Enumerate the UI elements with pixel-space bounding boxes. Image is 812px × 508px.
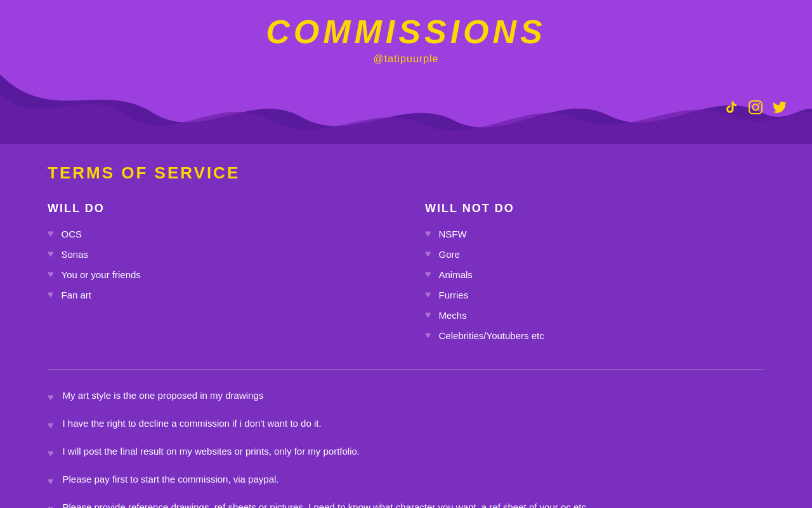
will-not-do-item: ♥Mechs: [425, 309, 764, 321]
instagram-icon[interactable]: [749, 100, 763, 118]
will-not-do-item: ♥Celebrities/Youtubers etc: [425, 330, 764, 341]
will-not-do-item-text: Gore: [439, 249, 460, 260]
heart-icon: ♥: [48, 289, 54, 300]
will-do-item: ♥OCS: [48, 228, 387, 239]
will-not-do-item: ♥NSFW: [425, 228, 764, 239]
main-content: TERMS OF SERVICE WILL DO ♥OCS♥Sonas♥You …: [0, 144, 812, 508]
heart-icon: ♥: [425, 289, 431, 300]
term-text: Please pay first to start the commission…: [63, 472, 279, 487]
will-do-column: WILL DO ♥OCS♥Sonas♥You or your friends♥F…: [48, 202, 387, 350]
tiktok-icon[interactable]: [724, 100, 738, 118]
will-do-heading: WILL DO: [48, 202, 387, 215]
term-item: ♥I will post the final result on my webs…: [48, 444, 764, 461]
will-not-do-item: ♥Furries: [425, 289, 764, 300]
heart-icon: ♥: [48, 269, 54, 280]
will-not-do-item-text: Celebrities/Youtubers etc: [439, 330, 544, 341]
social-icons: [724, 100, 787, 118]
heart-icon: ♥: [48, 390, 54, 405]
will-do-item-text: Fan art: [62, 290, 92, 300]
heart-icon: ♥: [48, 502, 54, 508]
heart-icon: ♥: [425, 228, 431, 239]
term-text: Please provide reference drawings, ref s…: [63, 500, 594, 508]
will-not-do-heading: WILL NOT DO: [425, 202, 764, 215]
will-not-do-item-text: Furries: [439, 290, 469, 300]
heart-icon: ♥: [48, 474, 54, 489]
heart-icon: ♥: [425, 309, 431, 321]
heart-icon: ♥: [425, 269, 431, 280]
will-do-item: ♥You or your friends: [48, 269, 387, 280]
heart-icon: ♥: [48, 446, 54, 461]
will-do-item: ♥Sonas: [48, 248, 387, 260]
terms-list: ♥My art style is the one proposed in my …: [48, 389, 764, 508]
term-text: I have the right to decline a commission…: [63, 417, 322, 431]
twitter-icon[interactable]: [773, 100, 787, 118]
will-do-item-text: You or your friends: [62, 269, 141, 280]
page-title: COMMISSIONS: [0, 13, 812, 51]
term-item: ♥My art style is the one proposed in my …: [48, 389, 764, 405]
two-columns: WILL DO ♥OCS♥Sonas♥You or your friends♥F…: [48, 202, 764, 350]
term-item: ♥Please pay first to start the commissio…: [48, 472, 764, 489]
heart-icon: ♥: [425, 248, 431, 260]
heart-icon: ♥: [425, 330, 431, 341]
page-subtitle: @tatipuurple: [0, 53, 812, 65]
will-not-do-item: ♥Gore: [425, 248, 764, 260]
term-item: ♥I have the right to decline a commissio…: [48, 417, 764, 433]
heart-icon: ♥: [48, 418, 54, 433]
term-text: My art style is the one proposed in my d…: [63, 389, 264, 403]
tos-title: TERMS OF SERVICE: [48, 163, 764, 183]
will-not-do-column: WILL NOT DO ♥NSFW♥Gore♥Animals♥Furries♥M…: [425, 202, 764, 350]
heart-icon: ♥: [48, 228, 54, 239]
header: COMMISSIONS @tatipuurple: [0, 0, 812, 74]
will-do-item: ♥Fan art: [48, 289, 387, 300]
will-do-list: ♥OCS♥Sonas♥You or your friends♥Fan art: [48, 228, 387, 300]
will-not-do-list: ♥NSFW♥Gore♥Animals♥Furries♥Mechs♥Celebri…: [425, 228, 764, 341]
divider: [48, 369, 764, 370]
will-not-do-item-text: NSFW: [439, 229, 467, 239]
will-do-item-text: Sonas: [62, 249, 89, 260]
will-not-do-item: ♥Animals: [425, 269, 764, 280]
term-item: ♥Please provide reference drawings, ref …: [48, 500, 764, 508]
will-do-item-text: OCS: [62, 229, 82, 239]
term-text: I will post the final result on my websi…: [63, 444, 360, 459]
wave-container: [0, 74, 812, 144]
heart-icon: ♥: [48, 248, 54, 260]
will-not-do-item-text: Mechs: [439, 310, 467, 321]
will-not-do-item-text: Animals: [439, 269, 473, 280]
